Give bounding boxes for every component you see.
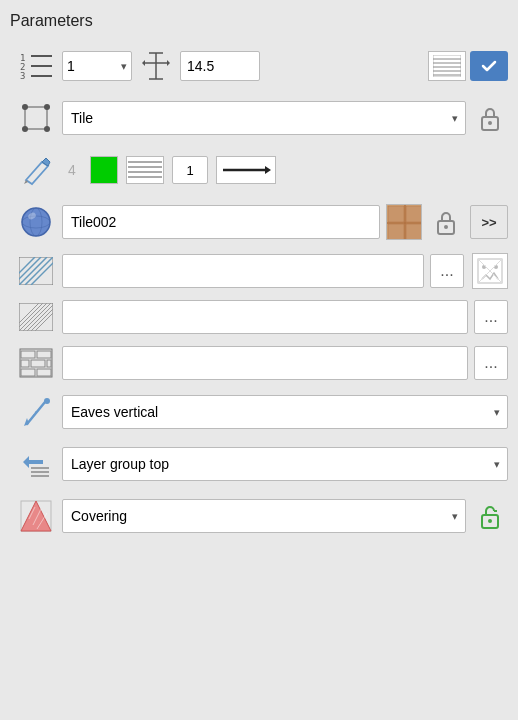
svg-rect-68	[47, 360, 51, 367]
svg-line-46	[25, 257, 53, 285]
svg-rect-69	[21, 369, 35, 376]
svg-point-24	[488, 121, 492, 125]
svg-rect-36	[388, 206, 404, 222]
svg-marker-75	[23, 456, 43, 468]
hatch-icon[interactable]	[126, 156, 164, 184]
svg-rect-70	[37, 369, 51, 376]
type-select[interactable]: TileBrickStone	[62, 101, 466, 135]
diagonal-stripes-icon	[19, 257, 53, 285]
material-thumb[interactable]	[386, 204, 422, 240]
covering-lock-icon[interactable]	[472, 498, 508, 534]
svg-marker-72	[24, 418, 29, 426]
row-pen: 4	[10, 148, 508, 192]
layers-icon: 1 2 3	[18, 48, 54, 84]
svg-rect-12	[433, 55, 461, 77]
texture2-input[interactable]	[62, 300, 468, 334]
row-texture2: ...	[10, 298, 508, 336]
layer-group-select-wrapper: Layer group top Layer group bottom Singl…	[62, 447, 508, 481]
svg-point-74	[44, 398, 50, 404]
line-count-input[interactable]	[172, 156, 208, 184]
pattern-icon	[433, 55, 461, 77]
material-name-input[interactable]	[62, 205, 380, 239]
eaves-select[interactable]: Eaves vertical Eaves horizontal Ridge	[62, 395, 508, 429]
row3-content: 4	[62, 156, 508, 184]
line-picker[interactable]	[216, 156, 276, 184]
tile-thumb-svg	[387, 205, 422, 240]
covering-select[interactable]: Covering Underlayer Insulation	[62, 499, 466, 533]
svg-text:3: 3	[20, 71, 25, 81]
layer-count-select[interactable]: 1234	[62, 51, 132, 81]
covering-select-wrapper: Covering Underlayer Insulation	[62, 499, 466, 533]
dense-stripes-icon	[19, 303, 53, 331]
spacing-icon	[138, 51, 174, 81]
svg-point-85	[488, 519, 492, 523]
hatch-svg	[128, 158, 162, 182]
svg-point-31	[22, 208, 50, 236]
eaves-icon	[19, 396, 53, 428]
row1-buttons	[428, 51, 508, 81]
sphere-icon-cell	[10, 205, 62, 239]
check-icon	[480, 57, 498, 75]
eaves-content: Eaves vertical Eaves horizontal Ridge	[62, 395, 508, 429]
row-layers: 1 2 3 1234	[10, 44, 508, 88]
ghost-icon[interactable]	[472, 253, 508, 289]
svg-rect-67	[31, 360, 45, 367]
covering-content: Covering Underlayer Insulation	[62, 498, 508, 534]
row-layer-group: Layer group top Layer group bottom Singl…	[10, 442, 508, 486]
move-icon-cell	[10, 101, 62, 135]
texture2-icon-cell	[10, 303, 62, 331]
svg-line-57	[23, 303, 51, 331]
material-lock-icon[interactable]	[428, 204, 464, 240]
svg-point-21	[22, 126, 28, 132]
spacing-value-input[interactable]	[180, 51, 260, 81]
type-content: TileBrickStone	[62, 100, 508, 136]
layer-group-icon-cell	[10, 448, 62, 480]
pen-icon-cell	[10, 154, 62, 186]
layer-group-content: Layer group top Layer group bottom Singl…	[62, 447, 508, 481]
panel-title: Parameters	[10, 12, 508, 30]
lock-icon[interactable]	[472, 100, 508, 136]
layer-count-wrapper: 1234	[62, 51, 132, 81]
covering-icon-cell	[10, 499, 62, 533]
color-swatch[interactable]	[90, 156, 118, 184]
svg-marker-30	[265, 166, 271, 174]
svg-rect-55	[19, 303, 53, 331]
layer-group-select[interactable]: Layer group top Layer group bottom Singl…	[62, 447, 508, 481]
material-arrow-button[interactable]: >>	[470, 205, 508, 239]
svg-point-19	[22, 104, 28, 110]
brick-input[interactable]	[62, 346, 468, 380]
svg-point-22	[44, 126, 50, 132]
svg-marker-11	[167, 60, 170, 66]
svg-rect-38	[388, 224, 404, 240]
texture2-dots-button[interactable]: ...	[474, 300, 508, 334]
texture1-dots-button[interactable]: ...	[430, 254, 464, 288]
layer-group-icon	[19, 448, 53, 480]
row-material: >>	[10, 200, 508, 244]
svg-marker-80	[21, 501, 51, 531]
row-texture1: ...	[10, 252, 508, 290]
material-lock-svg	[435, 209, 457, 235]
texture1-input[interactable]	[62, 254, 424, 288]
svg-rect-65	[37, 351, 51, 358]
brick-dots-button[interactable]: ...	[474, 346, 508, 380]
svg-rect-66	[21, 360, 29, 367]
svg-rect-18	[25, 107, 47, 129]
svg-rect-39	[406, 224, 422, 240]
type-select-wrapper: TileBrickStone	[62, 101, 466, 135]
eaves-icon-cell	[10, 396, 62, 428]
svg-point-20	[44, 104, 50, 110]
confirm-button[interactable]	[470, 51, 508, 81]
svg-marker-10	[142, 60, 145, 66]
ghost-svg	[476, 257, 504, 285]
brick-icon	[19, 348, 53, 378]
row1-content: 1234	[62, 51, 508, 81]
covering-icon	[19, 499, 53, 533]
brick-icon-cell	[10, 348, 62, 378]
svg-line-71	[27, 402, 45, 424]
lock-svg	[479, 105, 501, 131]
spacing-svg	[141, 51, 171, 81]
pattern-button[interactable]	[428, 51, 466, 81]
row-brick: ...	[10, 344, 508, 382]
svg-line-45	[19, 257, 47, 285]
row-type: TileBrickStone	[10, 96, 508, 140]
